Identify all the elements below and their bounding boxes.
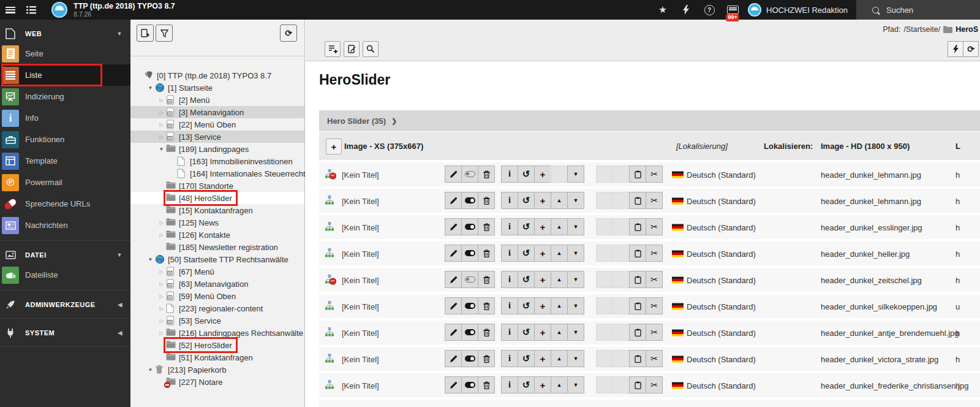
move-up-button[interactable]: ▲ <box>551 218 568 235</box>
expand-arrow-icon[interactable]: ▷ <box>157 122 165 127</box>
move-up-button[interactable]: ▲ <box>551 297 568 314</box>
copy-button[interactable] <box>629 376 646 394</box>
info-button[interactable]: i <box>501 271 518 288</box>
cut-button[interactable]: ✂ <box>646 350 663 367</box>
hide-button[interactable] <box>461 350 478 367</box>
tree-item-target[interactable]: [125] News <box>165 216 222 229</box>
edit-button[interactable] <box>445 297 462 314</box>
new-record-button[interactable]: + <box>534 192 551 209</box>
reload-button[interactable]: ⟳ <box>963 41 979 57</box>
help-icon[interactable]: ? <box>698 0 721 20</box>
tree-item-target[interactable]: [164] Internationales Steuerrecht <box>176 167 309 180</box>
user-avatar[interactable] <box>748 3 761 17</box>
tree-item-target[interactable]: [216] Landingpages Rechtsanwälte <box>165 327 307 339</box>
delete-button[interactable] <box>478 271 495 288</box>
clear-cache-button[interactable] <box>948 41 963 57</box>
move-down-button[interactable]: ▼ <box>567 376 584 394</box>
info-button[interactable]: i <box>501 192 518 209</box>
edit-page-button[interactable] <box>344 41 360 57</box>
tree-item-target[interactable]: [223] regionaler-content <box>165 302 266 314</box>
history-button[interactable]: ↺ <box>518 271 535 288</box>
hide-button[interactable] <box>461 165 478 183</box>
sidebar-item-template[interactable]: Template <box>0 150 130 172</box>
new-page-button[interactable] <box>137 25 154 42</box>
new-record-button[interactable]: + <box>534 218 551 235</box>
delete-button[interactable] <box>478 245 495 262</box>
sidebar-section-web[interactable]: WEB▼ <box>0 25 130 43</box>
move-down-button[interactable]: ▼ <box>567 350 584 367</box>
sidebar-section-adminwerkzeuge[interactable]: ADMINWERKZEUGE◀ <box>0 295 130 314</box>
tree-item-target[interactable]: [67] Menü <box>165 265 218 278</box>
expand-arrow-icon[interactable]: ▷ <box>157 269 165 275</box>
copy-button[interactable] <box>629 165 646 183</box>
sidebar-item-dateiliste[interactable]: Dateiliste <box>0 264 130 286</box>
new-record-button[interactable]: + <box>534 245 551 262</box>
cut-button[interactable]: ✂ <box>646 218 663 235</box>
tree-item-target[interactable]: [13] Service <box>165 131 225 143</box>
tree-item-target[interactable]: [1] Startseite <box>154 82 216 94</box>
move-up-button[interactable]: ▲ <box>551 350 568 367</box>
move-down-button[interactable]: ▼ <box>567 218 584 235</box>
sidebar-item-liste[interactable]: Liste <box>0 64 130 86</box>
new-record-plus-button[interactable]: + <box>326 139 342 154</box>
filter-button[interactable] <box>156 25 173 42</box>
history-button[interactable]: ↺ <box>518 297 535 314</box>
move-down-button[interactable]: ▼ <box>567 192 584 209</box>
sidebar-item-indizierung[interactable]: Indizierung <box>0 86 130 107</box>
record-title[interactable]: [Kein Titel] <box>342 249 379 258</box>
sidebar-section-system[interactable]: SYSTEM◀ <box>0 324 130 342</box>
record-title[interactable]: [Kein Titel] <box>342 170 379 179</box>
move-up-button[interactable]: ▲ <box>551 324 568 341</box>
move-down-button[interactable]: ▼ <box>567 324 584 341</box>
collapse-arrow-icon[interactable]: ▼ <box>146 85 154 91</box>
delete-button[interactable] <box>478 297 495 314</box>
history-button[interactable]: ↺ <box>518 192 535 209</box>
info-button[interactable]: i <box>501 350 518 367</box>
edit-button[interactable] <box>445 350 462 367</box>
tree-item-target[interactable]: [59] Menü Oben <box>165 290 239 302</box>
move-down-button[interactable]: ▼ <box>567 297 584 314</box>
cut-button[interactable]: ✂ <box>646 297 663 314</box>
cut-button[interactable]: ✂ <box>646 245 663 262</box>
toolbar-search[interactable]: Suchen <box>856 0 980 20</box>
copy-button[interactable] <box>629 245 646 262</box>
collapse-arrow-icon[interactable]: ▼ <box>146 367 154 373</box>
delete-button[interactable] <box>478 376 495 394</box>
expand-arrow-icon[interactable]: ▷ <box>157 306 165 311</box>
clear-cache-bolt-icon[interactable] <box>674 0 698 20</box>
expand-arrow-icon[interactable]: ▷ <box>157 110 165 115</box>
move-up-button[interactable]: ▲ <box>551 271 568 288</box>
move-up-button[interactable]: ▲ <box>551 245 568 262</box>
record-title[interactable]: [Kein Titel] <box>342 328 379 337</box>
tree-item-target[interactable]: [50] Startseite TTP Rechtsanwälte <box>154 253 292 265</box>
sidebar-item-sprechende-urls[interactable]: Sprechende URLs <box>0 193 130 215</box>
edit-button[interactable] <box>445 271 462 288</box>
tree-item-target[interactable]: [213] Papierkorb <box>154 363 230 376</box>
new-record-button[interactable] <box>325 41 341 57</box>
hide-button[interactable] <box>461 245 478 262</box>
tree-item-target[interactable]: [2] Menü <box>165 94 214 106</box>
cut-button[interactable]: ✂ <box>646 192 663 209</box>
copy-button[interactable] <box>629 218 646 235</box>
copy-button[interactable] <box>629 324 646 341</box>
hide-button[interactable] <box>461 297 478 314</box>
cut-button[interactable]: ✂ <box>646 376 663 394</box>
sidebar-item-funktionen[interactable]: Funktionen <box>0 129 130 150</box>
delete-button[interactable] <box>478 350 495 367</box>
tree-item-target[interactable]: [52] HeroSlider <box>165 339 236 351</box>
tree-item-target[interactable]: [51] Kontaktanfragen <box>165 351 257 363</box>
new-record-button[interactable]: + <box>534 165 551 183</box>
collapse-arrow-icon[interactable]: ▼ <box>157 146 165 152</box>
tree-item-target[interactable]: [15] Kontaktanfragen <box>165 204 257 216</box>
sidebar-item-info[interactable]: iInfo <box>0 107 130 129</box>
record-title[interactable]: [Kein Titel] <box>342 196 379 205</box>
cut-button[interactable]: ✂ <box>646 165 663 183</box>
tree-item-target[interactable]: [227] Notare <box>165 376 227 388</box>
user-name[interactable]: HOCHZWEI Redaktion <box>766 6 848 15</box>
info-button[interactable]: i <box>501 218 518 235</box>
history-button[interactable]: ↺ <box>518 350 535 367</box>
history-button[interactable]: ↺ <box>518 218 535 235</box>
tree-item-target[interactable]: [3] Metanavigation <box>165 106 247 118</box>
expand-arrow-icon[interactable]: ▷ <box>157 134 165 140</box>
localization-link[interactable]: [Lokalisierung] <box>676 142 728 151</box>
